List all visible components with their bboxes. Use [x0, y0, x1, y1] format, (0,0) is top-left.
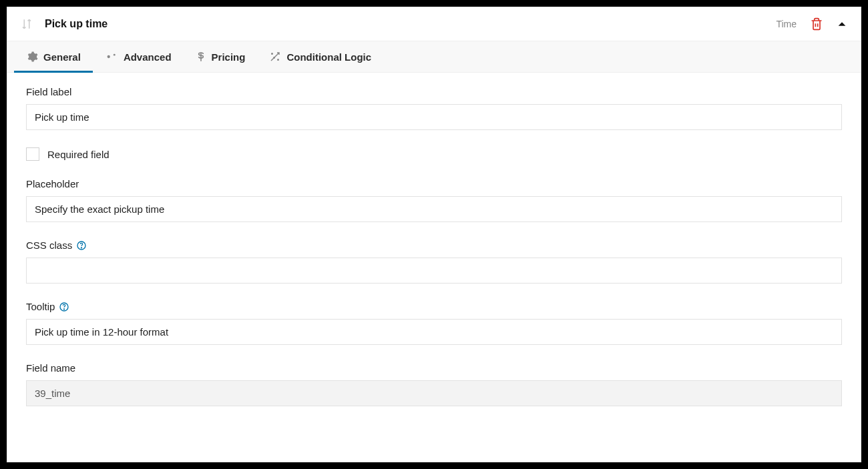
input-placeholder[interactable] — [26, 196, 842, 222]
input-tooltip[interactable] — [26, 319, 842, 345]
tab-pricing[interactable]: Pricing — [184, 41, 258, 72]
svg-point-0 — [107, 55, 110, 58]
field-type-label: Time — [776, 19, 797, 29]
svg-point-6 — [81, 247, 82, 248]
label-placeholder: Placeholder — [26, 178, 842, 189]
svg-point-2 — [272, 53, 273, 55]
label-css-class: CSS class — [26, 240, 72, 251]
gear-icon — [26, 51, 38, 63]
svg-point-1 — [114, 54, 116, 56]
delete-field-button[interactable] — [810, 17, 823, 31]
input-field-label[interactable] — [26, 104, 842, 130]
field-required: Required field — [26, 147, 842, 161]
help-icon[interactable] — [59, 302, 69, 312]
label-field-label: Field label — [26, 86, 842, 97]
tab-label: Conditional Logic — [286, 51, 371, 63]
field-field-name: Field name — [26, 362, 842, 406]
input-css-class[interactable] — [26, 258, 842, 284]
input-field-name — [26, 380, 842, 406]
dollar-icon — [196, 51, 206, 63]
label-field-name: Field name — [26, 362, 842, 374]
checkbox-required[interactable] — [26, 147, 39, 161]
gears-icon — [105, 51, 118, 63]
panel-header: Pick up time Time — [7, 7, 861, 41]
tab-label: Advanced — [124, 51, 172, 63]
tab-content-general: Field label Required field Placeholder C… — [7, 73, 861, 462]
tab-label: Pricing — [212, 51, 246, 63]
field-tooltip: Tooltip — [26, 301, 842, 345]
tab-advanced[interactable]: Advanced — [93, 41, 184, 72]
collapse-button[interactable] — [837, 19, 847, 29]
tab-general[interactable]: General — [14, 41, 93, 72]
field-settings-panel: Pick up time Time General — [7, 7, 861, 462]
field-field-label: Field label — [26, 86, 842, 130]
drag-handle-icon[interactable] — [21, 18, 33, 30]
wand-icon — [269, 51, 281, 63]
label-tooltip: Tooltip — [26, 301, 55, 312]
svg-point-3 — [278, 59, 279, 61]
help-icon[interactable] — [76, 240, 87, 251]
tab-bar: General Advanced Pricing — [7, 41, 861, 73]
field-placeholder: Placeholder — [26, 178, 842, 222]
field-css-class: CSS class — [26, 240, 842, 284]
tab-label: General — [43, 51, 81, 63]
tab-conditional[interactable]: Conditional Logic — [257, 41, 383, 72]
label-required: Required field — [47, 149, 110, 160]
svg-point-8 — [64, 308, 65, 309]
svg-point-4 — [274, 57, 275, 59]
field-title: Pick up time — [45, 18, 107, 30]
